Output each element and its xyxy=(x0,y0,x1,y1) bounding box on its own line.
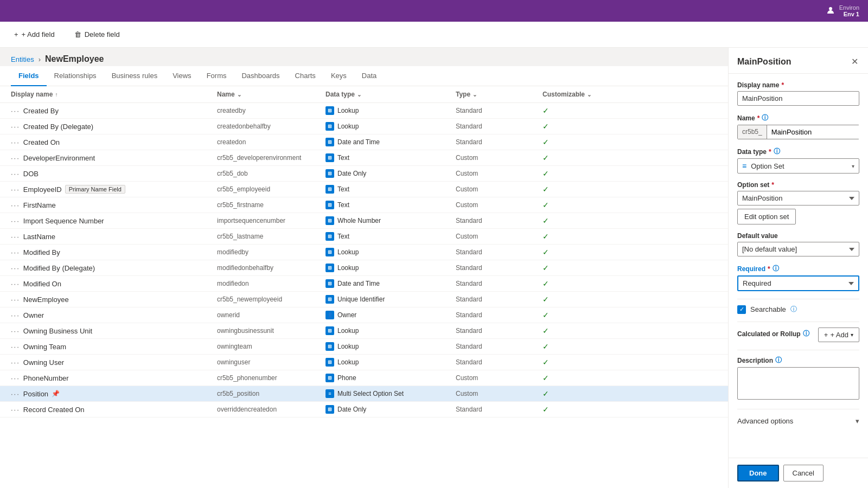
env-label: Environ xyxy=(839,4,859,11)
col-name[interactable]: Name ⌄ xyxy=(217,91,326,98)
row-menu-icon[interactable]: ··· xyxy=(11,390,20,398)
row-menu-icon[interactable]: ··· xyxy=(11,406,20,414)
tab-business-rules[interactable]: Business rules xyxy=(104,66,165,86)
table-row[interactable]: ··· Owning Business Unit owningbusinessu… xyxy=(0,323,728,339)
table-row[interactable]: ··· FirstName cr5b5_firstname ⊞ Text Cus… xyxy=(0,197,728,213)
row-menu-icon[interactable]: ··· xyxy=(11,280,20,288)
cell-api-name: cr5b5_firstname xyxy=(217,201,326,209)
row-menu-icon[interactable]: ··· xyxy=(11,201,20,209)
tab-forms[interactable]: Forms xyxy=(199,66,234,86)
table-row[interactable]: ··· PhoneNumber cr5b5_phonenumber ⊞ Phon… xyxy=(0,370,728,386)
row-menu-icon[interactable]: ··· xyxy=(11,233,20,241)
table-row-position[interactable]: ··· Position 📌 cr5b5_position ≡ Multi Se… xyxy=(0,386,728,402)
table-row[interactable]: ··· EmployeeID Primary Name Field cr5b5_… xyxy=(0,182,728,197)
row-menu-icon[interactable]: ··· xyxy=(11,374,20,382)
cell-customizable: ✓ xyxy=(542,264,608,272)
row-menu-icon[interactable]: ··· xyxy=(11,217,20,225)
cell-display-name: ··· EmployeeID Primary Name Field xyxy=(11,185,217,194)
calculated-label: Calculated or Rollup ⓘ xyxy=(737,329,809,338)
row-menu-icon[interactable]: ··· xyxy=(11,185,20,194)
table-row[interactable]: ··· LastName cr5b5_lastname ⊞ Text Custo… xyxy=(0,229,728,245)
searchable-checkbox[interactable] xyxy=(737,305,746,314)
row-menu-icon[interactable]: ··· xyxy=(11,107,20,115)
tab-keys[interactable]: Keys xyxy=(323,66,354,86)
col-customizable[interactable]: Customizable ⌄ xyxy=(542,91,608,98)
cell-type: Standard xyxy=(456,327,542,335)
table-row[interactable]: ··· Created On createdon ⊞ Date and Time… xyxy=(0,134,728,150)
delete-field-label: Delete field xyxy=(85,30,120,38)
required-select[interactable]: Required Optional xyxy=(737,275,859,291)
col-display-label: Display name xyxy=(11,91,53,98)
cell-display-name: ··· FirstName xyxy=(11,201,217,209)
row-menu-icon[interactable]: ··· xyxy=(11,123,20,131)
row-menu-icon[interactable]: ··· xyxy=(11,343,20,351)
cell-dtype: ⊞ Date Only xyxy=(326,405,456,414)
table-row[interactable]: ··· Owner ownerid 👤 Owner Standard ✓ xyxy=(0,307,728,323)
cell-dtype: ⊞ Date Only xyxy=(326,169,456,178)
tab-dashboards[interactable]: Dashboards xyxy=(234,66,287,86)
cell-dtype: ⊞ Lookup xyxy=(326,106,456,115)
tab-data[interactable]: Data xyxy=(354,66,384,86)
display-name-input[interactable] xyxy=(737,91,859,106)
row-menu-icon[interactable]: ··· xyxy=(11,296,20,304)
cell-customizable: ✓ xyxy=(542,405,608,414)
table-row[interactable]: ··· Created By (Delegate) createdonbehal… xyxy=(0,119,728,134)
cell-type: Custom xyxy=(456,233,542,240)
add-field-label: + Add field xyxy=(22,30,55,38)
col-display-name[interactable]: Display name ↑ xyxy=(11,91,217,98)
row-menu-icon[interactable]: ··· xyxy=(11,248,20,256)
desc-info-icon[interactable]: ⓘ xyxy=(775,356,782,365)
table-row[interactable]: ··· Owning User owninguser ⊞ Lookup Stan… xyxy=(0,355,728,370)
row-menu-icon[interactable]: ··· xyxy=(11,358,20,367)
row-menu-icon[interactable]: ··· xyxy=(11,264,20,272)
table-row[interactable]: ··· Created By createdby ⊞ Lookup Standa… xyxy=(0,103,728,119)
data-type-select-wrapper: ≡ Option Set ▾ xyxy=(737,158,859,174)
table-row[interactable]: ··· Modified By (Delegate) modifiedonbeh… xyxy=(0,260,728,276)
searchable-info-icon[interactable]: ⓘ xyxy=(790,305,797,314)
delete-field-button[interactable]: 🗑 Delete field xyxy=(69,27,125,42)
table-row[interactable]: ··· Modified On modifiedon ⊞ Date and Ti… xyxy=(0,276,728,292)
row-menu-icon[interactable]: ··· xyxy=(11,138,20,146)
cell-api-name: owninguser xyxy=(217,358,326,366)
option-set-select[interactable]: MainPosition xyxy=(737,191,859,206)
add-calculated-button[interactable]: + + Add ▾ xyxy=(818,328,859,342)
name-info-icon[interactable]: ⓘ xyxy=(762,113,768,123)
edit-option-set-button[interactable]: Edit option set xyxy=(737,209,796,224)
required-info-icon[interactable]: ⓘ xyxy=(773,264,779,273)
cell-type: Standard xyxy=(456,107,542,114)
calc-info-icon[interactable]: ⓘ xyxy=(803,329,809,338)
col-type[interactable]: Type ⌄ xyxy=(456,91,542,98)
tab-fields[interactable]: Fields xyxy=(11,66,47,86)
table-row[interactable]: ··· Import Sequence Number importsequenc… xyxy=(0,213,728,229)
table-row[interactable]: ··· DeveloperEnvironment cr5b5_developer… xyxy=(0,150,728,166)
cancel-button[interactable]: Cancel xyxy=(783,465,824,481)
col-data-type[interactable]: Data type ⌄ xyxy=(326,91,456,98)
table-row[interactable]: ··· DOB cr5b5_dob ⊞ Date Only Custom ✓ xyxy=(0,166,728,182)
tab-relationships[interactable]: Relationships xyxy=(47,66,104,86)
table-row[interactable]: ··· Owning Team owningteam ⊞ Lookup Stan… xyxy=(0,339,728,355)
table-row[interactable]: ··· Modified By modifiedby ⊞ Lookup Stan… xyxy=(0,245,728,260)
done-button[interactable]: Done xyxy=(737,465,779,481)
tab-charts[interactable]: Charts xyxy=(288,66,323,86)
description-input[interactable] xyxy=(737,367,859,400)
data-type-select[interactable]: ≡ Option Set ▾ xyxy=(737,158,859,174)
tab-views[interactable]: Views xyxy=(165,66,199,86)
row-menu-icon[interactable]: ··· xyxy=(11,154,20,162)
table-row[interactable]: ··· NewEmployee cr5b5_newemployeeid ⊞ Un… xyxy=(0,292,728,307)
dtype-value: Option Set xyxy=(751,162,784,170)
add-field-button[interactable]: + + Add field xyxy=(9,27,60,42)
default-value-select[interactable]: [No default value] xyxy=(737,242,859,256)
panel-close-button[interactable]: ✕ xyxy=(850,55,859,68)
table-row[interactable]: ··· Record Created On overriddencreatedo… xyxy=(0,402,728,418)
searchable-label: Searchable xyxy=(750,305,786,313)
advanced-options-row[interactable]: Advanced options ▾ xyxy=(737,415,859,427)
dtype-icon: ⊞ xyxy=(326,279,334,288)
custom-sort-icon: ⌄ xyxy=(587,92,591,98)
row-menu-icon[interactable]: ··· xyxy=(11,327,20,335)
row-menu-icon[interactable]: ··· xyxy=(11,170,20,178)
dtype-info-icon[interactable]: ⓘ xyxy=(774,147,780,156)
name-input[interactable] xyxy=(767,125,867,139)
row-menu-icon[interactable]: ··· xyxy=(11,311,20,319)
breadcrumb-link[interactable]: Entities xyxy=(11,55,34,63)
cell-type: Custom xyxy=(456,185,542,193)
